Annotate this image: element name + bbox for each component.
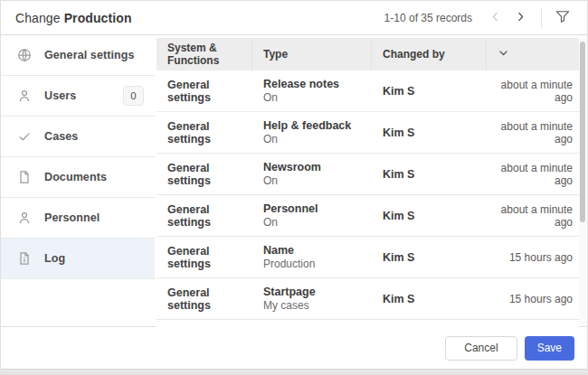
check-icon	[17, 129, 32, 144]
column-header-menu[interactable]	[487, 38, 579, 70]
cell-timestamp: 15 hours ago	[487, 293, 579, 305]
globe-icon	[17, 48, 32, 62]
chevron-left-icon	[489, 11, 501, 25]
table-scrollbar[interactable]	[579, 38, 586, 326]
sidebar-item-documents[interactable]: Documents	[1, 157, 155, 198]
page-title: Change Production	[15, 11, 132, 25]
cell-changed-by: Kim S	[372, 251, 487, 264]
sidebar-item-log[interactable]: Log	[1, 239, 155, 279]
table-header-row: System & FunctionsTypeChanged by	[156, 38, 579, 70]
table-body: General settingsRelease notesOnKim Sabou…	[156, 70, 579, 320]
filter-button[interactable]	[551, 6, 574, 30]
table-row[interactable]: General settingsHelp & feedbackOnKim Sab…	[156, 112, 579, 154]
partial-next-row	[156, 320, 579, 329]
log-icon	[17, 251, 32, 266]
cell-timestamp: about a minute ago	[487, 120, 579, 145]
cell-changed-by: Kim S	[372, 168, 487, 181]
cell-system: General settings	[156, 203, 252, 229]
table-row[interactable]: General settingsRelease notesOnKim Sabou…	[156, 70, 579, 112]
cell-timestamp: about a minute ago	[487, 79, 579, 104]
cell-type: PersonnelOn	[252, 202, 372, 230]
table-row[interactable]: General settingsNameProductionKim S15 ho…	[156, 237, 579, 278]
cell-type-name: Startpage	[263, 285, 372, 299]
sidebar-item-users[interactable]: Users0	[1, 76, 155, 117]
sidebar-item-badge: 0	[123, 86, 144, 106]
save-button[interactable]: Save	[525, 336, 574, 361]
table-row[interactable]: General settingsNewsroomOnKim Sabout a m…	[156, 154, 579, 195]
cell-type: StartpageMy cases	[252, 285, 372, 314]
cell-type: NameProduction	[252, 243, 372, 272]
cell-type-value: On	[263, 174, 372, 189]
table-row[interactable]: General settingsPersonnelOnKim Sabout a …	[156, 195, 579, 237]
cell-changed-by: Kim S	[372, 210, 487, 222]
modal-footer: Cancel Save	[1, 326, 587, 369]
scrollbar-thumb[interactable]	[580, 42, 585, 222]
cell-type-value: On	[263, 216, 372, 230]
cell-type: Release notesOn	[252, 77, 372, 106]
cell-changed-by: Kim S	[372, 85, 487, 98]
header-toolbar: 1-10 of 35 records	[384, 6, 574, 30]
cell-system: General settings	[156, 286, 252, 312]
cell-type-value: Production	[263, 258, 372, 272]
cell-timestamp: about a minute ago	[487, 203, 579, 229]
cell-timestamp: 15 hours ago	[487, 251, 579, 264]
records-count: 1-10 of 35 records	[384, 12, 472, 24]
user-icon	[17, 211, 32, 225]
sidebar-item-label: Users	[44, 89, 123, 102]
sidebar-item-personnel[interactable]: Personnel	[1, 198, 155, 239]
chevron-right-icon	[515, 11, 526, 25]
user-icon	[17, 89, 32, 103]
cell-type-value: On	[263, 91, 372, 106]
chevron-down-icon	[498, 47, 509, 61]
header-divider	[541, 8, 542, 28]
change-production-modal: Change Production 1-10 of 35 records Gen…	[0, 0, 588, 370]
prev-page-button[interactable]	[483, 6, 507, 30]
page-title-name: Production	[64, 11, 132, 25]
cell-type-value: On	[263, 133, 372, 147]
sidebar-item-label: Documents	[44, 171, 144, 183]
cell-type-name: Newsroom	[263, 160, 372, 174]
page-title-prefix: Change	[15, 11, 61, 25]
cell-type-name: Name	[263, 243, 372, 258]
column-header-changed-by[interactable]: Changed by	[372, 38, 487, 70]
cell-type-name: Release notes	[263, 77, 372, 91]
modal-header: Change Production 1-10 of 35 records	[1, 1, 587, 35]
cell-system: General settings	[156, 162, 252, 187]
cell-system: General settings	[156, 120, 252, 145]
table-row[interactable]: General settingsStartpageMy casesKim S15…	[156, 278, 579, 320]
cell-type-value: My cases	[263, 299, 372, 314]
cell-changed-by: Kim S	[372, 293, 487, 305]
cell-changed-by: Kim S	[372, 127, 487, 139]
sidebar-item-label: Personnel	[44, 211, 144, 224]
sidebar-item-label: Cases	[44, 130, 144, 143]
next-page-button[interactable]	[508, 6, 532, 30]
cell-type-name: Help & feedback	[263, 118, 372, 133]
sidebar-item-label: Log	[44, 252, 144, 265]
page-background-strip	[0, 370, 588, 375]
sidebar-item-cases[interactable]: Cases	[1, 117, 155, 157]
cell-type: NewsroomOn	[252, 160, 372, 189]
sidebar-item-label: General settings	[44, 49, 144, 61]
cancel-button[interactable]: Cancel	[445, 336, 517, 361]
column-header-system-functions[interactable]: System & Functions	[156, 38, 252, 70]
cell-type-name: Personnel	[263, 202, 372, 216]
sidebar: General settingsUsers0CasesDocumentsPers…	[1, 35, 155, 326]
column-header-type[interactable]: Type	[252, 38, 372, 70]
table-panel: System & FunctionsTypeChanged by General…	[155, 35, 587, 326]
filter-icon	[555, 10, 570, 26]
document-icon	[17, 170, 32, 184]
sidebar-item-general-settings[interactable]: General settings	[1, 35, 155, 76]
log-table: System & FunctionsTypeChanged by General…	[156, 38, 579, 329]
cell-system: General settings	[156, 245, 252, 270]
cell-system: General settings	[156, 79, 252, 104]
cell-type: Help & feedbackOn	[252, 118, 372, 147]
cell-timestamp: about a minute ago	[487, 162, 579, 187]
modal-body: General settingsUsers0CasesDocumentsPers…	[1, 35, 587, 326]
